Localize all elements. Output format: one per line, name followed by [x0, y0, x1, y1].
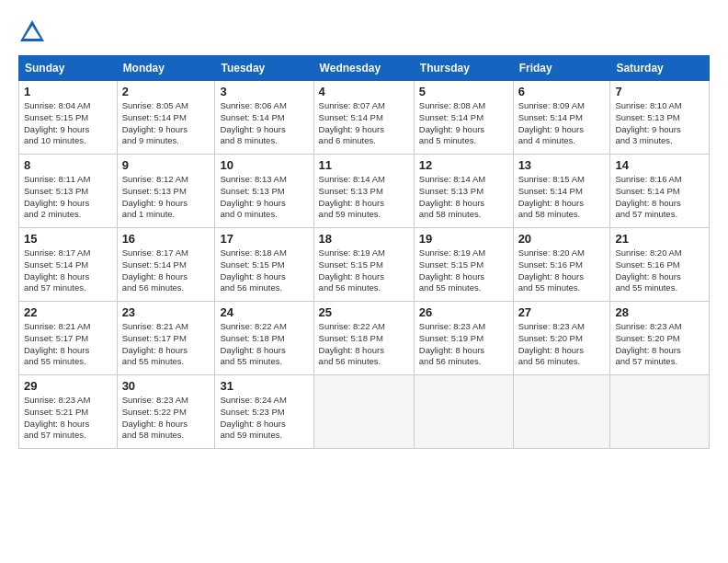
calendar-cell [513, 375, 610, 449]
day-info: Sunrise: 8:22 AM Sunset: 5:18 PM Dayligh… [319, 321, 409, 368]
calendar-cell [610, 375, 710, 449]
day-info: Sunrise: 8:14 AM Sunset: 5:13 PM Dayligh… [419, 174, 508, 221]
day-info: Sunrise: 8:20 AM Sunset: 5:16 PM Dayligh… [615, 247, 704, 294]
calendar-cell: 29Sunrise: 8:23 AM Sunset: 5:21 PM Dayli… [19, 375, 118, 449]
day-number: 22 [24, 305, 112, 319]
day-number: 13 [518, 158, 606, 172]
day-info: Sunrise: 8:23 AM Sunset: 5:19 PM Dayligh… [419, 321, 508, 368]
day-info: Sunrise: 8:21 AM Sunset: 5:17 PM Dayligh… [122, 321, 210, 368]
day-number: 27 [518, 305, 606, 319]
day-number: 26 [419, 305, 508, 319]
calendar-header-monday: Monday [117, 56, 215, 81]
calendar-cell: 25Sunrise: 8:22 AM Sunset: 5:18 PM Dayli… [313, 302, 414, 375]
header [18, 18, 710, 46]
calendar-cell: 20Sunrise: 8:20 AM Sunset: 5:16 PM Dayli… [513, 228, 610, 302]
day-number: 4 [319, 85, 409, 98]
day-number: 16 [122, 232, 210, 246]
day-number: 30 [122, 379, 210, 393]
calendar-cell: 10Sunrise: 8:13 AM Sunset: 5:13 PM Dayli… [215, 155, 313, 228]
day-number: 5 [419, 85, 508, 98]
day-info: Sunrise: 8:13 AM Sunset: 5:13 PM Dayligh… [220, 174, 308, 221]
calendar-cell: 26Sunrise: 8:23 AM Sunset: 5:19 PM Dayli… [414, 302, 513, 375]
calendar-cell: 24Sunrise: 8:22 AM Sunset: 5:18 PM Dayli… [215, 302, 313, 375]
calendar-header-thursday: Thursday [414, 56, 513, 81]
day-info: Sunrise: 8:04 AM Sunset: 5:15 PM Dayligh… [24, 100, 112, 147]
calendar-cell: 8Sunrise: 8:11 AM Sunset: 5:13 PM Daylig… [19, 155, 118, 228]
day-number: 24 [220, 305, 308, 319]
day-info: Sunrise: 8:19 AM Sunset: 5:15 PM Dayligh… [419, 247, 508, 294]
day-info: Sunrise: 8:19 AM Sunset: 5:15 PM Dayligh… [319, 247, 409, 294]
calendar-cell: 23Sunrise: 8:21 AM Sunset: 5:17 PM Dayli… [117, 302, 215, 375]
day-number: 21 [615, 232, 704, 246]
calendar-week-row: 15Sunrise: 8:17 AM Sunset: 5:14 PM Dayli… [19, 228, 710, 302]
calendar-week-row: 1Sunrise: 8:04 AM Sunset: 5:15 PM Daylig… [19, 81, 710, 155]
day-info: Sunrise: 8:18 AM Sunset: 5:15 PM Dayligh… [220, 247, 308, 294]
calendar-cell: 13Sunrise: 8:15 AM Sunset: 5:14 PM Dayli… [513, 155, 610, 228]
day-number: 19 [419, 232, 508, 246]
calendar-cell: 3Sunrise: 8:06 AM Sunset: 5:14 PM Daylig… [215, 81, 313, 155]
calendar-header-friday: Friday [513, 56, 610, 81]
day-number: 10 [220, 158, 308, 172]
calendar-cell: 1Sunrise: 8:04 AM Sunset: 5:15 PM Daylig… [19, 81, 118, 155]
day-info: Sunrise: 8:15 AM Sunset: 5:14 PM Dayligh… [518, 174, 606, 221]
day-info: Sunrise: 8:23 AM Sunset: 5:22 PM Dayligh… [122, 395, 210, 442]
calendar-header-row: SundayMondayTuesdayWednesdayThursdayFrid… [19, 56, 710, 81]
day-number: 9 [122, 158, 210, 172]
day-number: 18 [319, 232, 409, 246]
calendar-cell: 6Sunrise: 8:09 AM Sunset: 5:14 PM Daylig… [513, 81, 610, 155]
day-info: Sunrise: 8:20 AM Sunset: 5:16 PM Dayligh… [518, 247, 606, 294]
day-info: Sunrise: 8:21 AM Sunset: 5:17 PM Dayligh… [24, 321, 112, 368]
day-number: 2 [122, 85, 210, 98]
day-number: 17 [220, 232, 308, 246]
day-info: Sunrise: 8:05 AM Sunset: 5:14 PM Dayligh… [122, 100, 210, 147]
calendar-cell: 30Sunrise: 8:23 AM Sunset: 5:22 PM Dayli… [117, 375, 215, 449]
day-info: Sunrise: 8:06 AM Sunset: 5:14 PM Dayligh… [220, 100, 308, 147]
calendar-header-sunday: Sunday [19, 56, 118, 81]
day-number: 11 [319, 158, 409, 172]
calendar-cell [313, 375, 414, 449]
day-info: Sunrise: 8:12 AM Sunset: 5:13 PM Dayligh… [122, 174, 210, 221]
day-number: 31 [220, 379, 308, 393]
calendar-cell: 22Sunrise: 8:21 AM Sunset: 5:17 PM Dayli… [19, 302, 118, 375]
calendar-cell: 18Sunrise: 8:19 AM Sunset: 5:15 PM Dayli… [313, 228, 414, 302]
calendar-week-row: 8Sunrise: 8:11 AM Sunset: 5:13 PM Daylig… [19, 155, 710, 228]
day-number: 20 [518, 232, 606, 246]
calendar-cell: 7Sunrise: 8:10 AM Sunset: 5:13 PM Daylig… [610, 81, 710, 155]
calendar-cell: 2Sunrise: 8:05 AM Sunset: 5:14 PM Daylig… [117, 81, 215, 155]
day-number: 15 [24, 232, 112, 246]
page: SundayMondayTuesdayWednesdayThursdayFrid… [0, 0, 728, 563]
day-number: 6 [518, 85, 606, 98]
calendar-header-saturday: Saturday [610, 56, 710, 81]
day-number: 3 [220, 85, 308, 98]
calendar-cell: 27Sunrise: 8:23 AM Sunset: 5:20 PM Dayli… [513, 302, 610, 375]
calendar-week-row: 29Sunrise: 8:23 AM Sunset: 5:21 PM Dayli… [19, 375, 710, 449]
day-info: Sunrise: 8:08 AM Sunset: 5:14 PM Dayligh… [419, 100, 508, 147]
day-number: 29 [24, 379, 112, 393]
calendar-header-wednesday: Wednesday [313, 56, 414, 81]
day-info: Sunrise: 8:17 AM Sunset: 5:14 PM Dayligh… [122, 247, 210, 294]
day-info: Sunrise: 8:11 AM Sunset: 5:13 PM Dayligh… [24, 174, 112, 221]
calendar-header-tuesday: Tuesday [215, 56, 313, 81]
calendar-cell: 12Sunrise: 8:14 AM Sunset: 5:13 PM Dayli… [414, 155, 513, 228]
day-info: Sunrise: 8:23 AM Sunset: 5:20 PM Dayligh… [518, 321, 606, 368]
calendar-cell: 16Sunrise: 8:17 AM Sunset: 5:14 PM Dayli… [117, 228, 215, 302]
day-number: 8 [24, 158, 112, 172]
calendar: SundayMondayTuesdayWednesdayThursdayFrid… [18, 55, 710, 449]
day-number: 25 [319, 305, 409, 319]
day-number: 12 [419, 158, 508, 172]
day-info: Sunrise: 8:09 AM Sunset: 5:14 PM Dayligh… [518, 100, 606, 147]
calendar-cell: 31Sunrise: 8:24 AM Sunset: 5:23 PM Dayli… [215, 375, 313, 449]
calendar-cell: 15Sunrise: 8:17 AM Sunset: 5:14 PM Dayli… [19, 228, 118, 302]
logo-icon [18, 18, 46, 46]
day-number: 7 [615, 85, 704, 98]
day-info: Sunrise: 8:23 AM Sunset: 5:20 PM Dayligh… [615, 321, 704, 368]
calendar-cell: 21Sunrise: 8:20 AM Sunset: 5:16 PM Dayli… [610, 228, 710, 302]
calendar-cell: 14Sunrise: 8:16 AM Sunset: 5:14 PM Dayli… [610, 155, 710, 228]
calendar-cell [414, 375, 513, 449]
day-info: Sunrise: 8:07 AM Sunset: 5:14 PM Dayligh… [319, 100, 409, 147]
logo [18, 18, 50, 46]
day-info: Sunrise: 8:16 AM Sunset: 5:14 PM Dayligh… [615, 174, 704, 221]
day-info: Sunrise: 8:24 AM Sunset: 5:23 PM Dayligh… [220, 395, 308, 442]
day-number: 28 [615, 305, 704, 319]
day-number: 14 [615, 158, 704, 172]
